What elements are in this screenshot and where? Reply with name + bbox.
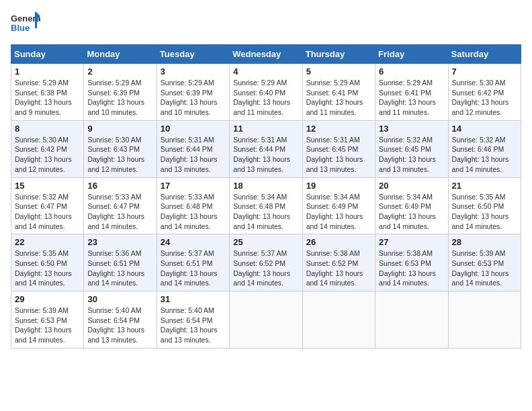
calendar-cell: 30 Sunrise: 5:40 AMSunset: 6:54 PMDaylig…	[84, 291, 157, 349]
day-number: 4	[233, 66, 298, 77]
day-info: Sunrise: 5:29 AMSunset: 6:39 PMDaylight:…	[161, 79, 218, 116]
day-info: Sunrise: 5:29 AMSunset: 6:40 PMDaylight:…	[233, 79, 290, 116]
weekday-header-sunday: Sunday	[11, 45, 84, 64]
calendar-cell: 13 Sunrise: 5:32 AMSunset: 6:45 PMDaylig…	[375, 120, 448, 177]
calendar-cell: 26 Sunrise: 5:38 AMSunset: 6:52 PMDaylig…	[302, 234, 375, 291]
day-number: 14	[452, 124, 517, 134]
day-info: Sunrise: 5:31 AMSunset: 6:44 PMDaylight:…	[233, 136, 290, 173]
page-header: General Blue	[11, 11, 521, 36]
day-number: 30	[87, 294, 152, 304]
calendar-cell: 5 Sunrise: 5:29 AMSunset: 6:41 PMDayligh…	[302, 64, 375, 121]
calendar-cell: 17 Sunrise: 5:33 AMSunset: 6:48 PMDaylig…	[157, 177, 229, 234]
day-number: 11	[233, 124, 298, 134]
calendar-week-4: 22 Sunrise: 5:35 AMSunset: 6:50 PMDaylig…	[11, 234, 521, 291]
day-number: 6	[379, 66, 444, 77]
day-number: 13	[379, 124, 444, 134]
calendar-header-row: SundayMondayTuesdayWednesdayThursdayFrid…	[11, 45, 521, 64]
calendar-cell: 31 Sunrise: 5:40 AMSunset: 6:54 PMDaylig…	[157, 291, 229, 349]
day-info: Sunrise: 5:35 AMSunset: 6:50 PMDaylight:…	[15, 249, 72, 287]
calendar-cell: 18 Sunrise: 5:34 AMSunset: 6:48 PMDaylig…	[230, 177, 302, 234]
calendar-cell	[230, 291, 302, 349]
day-info: Sunrise: 5:32 AMSunset: 6:46 PMDaylight:…	[452, 136, 509, 173]
day-info: Sunrise: 5:30 AMSunset: 6:42 PMDaylight:…	[452, 79, 509, 116]
logo-icon: General Blue	[11, 11, 40, 36]
calendar-cell: 24 Sunrise: 5:37 AMSunset: 6:51 PMDaylig…	[157, 234, 229, 291]
day-number: 5	[306, 66, 371, 77]
weekday-header-friday: Friday	[375, 45, 448, 64]
day-number: 25	[233, 237, 298, 247]
weekday-header-thursday: Thursday	[302, 45, 375, 64]
calendar-week-1: 1 Sunrise: 5:29 AMSunset: 6:38 PMDayligh…	[11, 64, 521, 121]
calendar-cell	[375, 291, 448, 349]
day-number: 19	[306, 181, 371, 191]
day-info: Sunrise: 5:31 AMSunset: 6:45 PMDaylight:…	[306, 136, 363, 173]
day-number: 9	[87, 124, 152, 134]
day-info: Sunrise: 5:33 AMSunset: 6:47 PMDaylight:…	[87, 193, 144, 230]
svg-rect-3	[35, 12, 37, 28]
day-info: Sunrise: 5:36 AMSunset: 6:51 PMDaylight:…	[87, 249, 144, 287]
calendar-cell: 22 Sunrise: 5:35 AMSunset: 6:50 PMDaylig…	[11, 234, 84, 291]
calendar-cell: 21 Sunrise: 5:35 AMSunset: 6:50 PMDaylig…	[448, 177, 521, 234]
calendar-week-2: 8 Sunrise: 5:30 AMSunset: 6:42 PMDayligh…	[11, 120, 521, 177]
calendar-cell: 9 Sunrise: 5:30 AMSunset: 6:43 PMDayligh…	[84, 120, 157, 177]
day-number: 16	[87, 181, 152, 191]
day-info: Sunrise: 5:29 AMSunset: 6:39 PMDaylight:…	[87, 79, 144, 116]
day-info: Sunrise: 5:39 AMSunset: 6:53 PMDaylight:…	[15, 306, 72, 344]
calendar-cell: 7 Sunrise: 5:30 AMSunset: 6:42 PMDayligh…	[448, 64, 521, 121]
day-info: Sunrise: 5:30 AMSunset: 6:43 PMDaylight:…	[87, 136, 144, 173]
calendar-cell: 1 Sunrise: 5:29 AMSunset: 6:38 PMDayligh…	[11, 64, 84, 121]
calendar-cell: 27 Sunrise: 5:38 AMSunset: 6:53 PMDaylig…	[375, 234, 448, 291]
day-number: 27	[379, 237, 444, 247]
day-number: 1	[15, 66, 80, 77]
weekday-header-wednesday: Wednesday	[230, 45, 302, 64]
calendar-cell: 16 Sunrise: 5:33 AMSunset: 6:47 PMDaylig…	[84, 177, 157, 234]
day-number: 24	[161, 237, 226, 247]
day-info: Sunrise: 5:31 AMSunset: 6:44 PMDaylight:…	[161, 136, 218, 173]
day-info: Sunrise: 5:38 AMSunset: 6:52 PMDaylight:…	[306, 249, 363, 287]
calendar-cell: 25 Sunrise: 5:37 AMSunset: 6:52 PMDaylig…	[230, 234, 302, 291]
calendar-week-3: 15 Sunrise: 5:32 AMSunset: 6:47 PMDaylig…	[11, 177, 521, 234]
day-info: Sunrise: 5:38 AMSunset: 6:53 PMDaylight:…	[379, 249, 436, 287]
day-info: Sunrise: 5:37 AMSunset: 6:51 PMDaylight:…	[161, 249, 218, 287]
calendar-cell: 6 Sunrise: 5:29 AMSunset: 6:41 PMDayligh…	[375, 64, 448, 121]
day-info: Sunrise: 5:29 AMSunset: 6:41 PMDaylight:…	[306, 79, 363, 116]
day-info: Sunrise: 5:37 AMSunset: 6:52 PMDaylight:…	[233, 249, 290, 287]
calendar-cell: 8 Sunrise: 5:30 AMSunset: 6:42 PMDayligh…	[11, 120, 84, 177]
svg-text:Blue: Blue	[11, 23, 30, 33]
day-number: 17	[161, 181, 226, 191]
day-number: 23	[87, 237, 152, 247]
day-number: 15	[15, 181, 80, 191]
calendar-cell: 14 Sunrise: 5:32 AMSunset: 6:46 PMDaylig…	[448, 120, 521, 177]
day-number: 31	[161, 294, 226, 304]
weekday-header-saturday: Saturday	[448, 45, 521, 64]
calendar-table: SundayMondayTuesdayWednesdayThursdayFrid…	[11, 44, 521, 349]
day-info: Sunrise: 5:40 AMSunset: 6:54 PMDaylight:…	[87, 306, 144, 344]
day-number: 2	[87, 66, 152, 77]
calendar-cell: 3 Sunrise: 5:29 AMSunset: 6:39 PMDayligh…	[157, 64, 229, 121]
day-info: Sunrise: 5:29 AMSunset: 6:41 PMDaylight:…	[379, 79, 436, 116]
calendar-cell: 23 Sunrise: 5:36 AMSunset: 6:51 PMDaylig…	[84, 234, 157, 291]
calendar-cell: 15 Sunrise: 5:32 AMSunset: 6:47 PMDaylig…	[11, 177, 84, 234]
calendar-cell: 19 Sunrise: 5:34 AMSunset: 6:49 PMDaylig…	[302, 177, 375, 234]
logo: General Blue	[11, 11, 40, 36]
day-number: 8	[15, 124, 80, 134]
day-number: 28	[452, 237, 517, 247]
weekday-header-monday: Monday	[84, 45, 157, 64]
day-number: 18	[233, 181, 298, 191]
day-info: Sunrise: 5:29 AMSunset: 6:38 PMDaylight:…	[15, 79, 72, 116]
day-info: Sunrise: 5:34 AMSunset: 6:49 PMDaylight:…	[306, 193, 363, 230]
day-number: 20	[379, 181, 444, 191]
day-number: 3	[161, 66, 226, 77]
calendar-cell: 29 Sunrise: 5:39 AMSunset: 6:53 PMDaylig…	[11, 291, 84, 349]
calendar-cell: 11 Sunrise: 5:31 AMSunset: 6:44 PMDaylig…	[230, 120, 302, 177]
calendar-week-5: 29 Sunrise: 5:39 AMSunset: 6:53 PMDaylig…	[11, 291, 521, 349]
calendar-cell: 20 Sunrise: 5:34 AMSunset: 6:49 PMDaylig…	[375, 177, 448, 234]
day-info: Sunrise: 5:33 AMSunset: 6:48 PMDaylight:…	[161, 193, 218, 230]
day-info: Sunrise: 5:35 AMSunset: 6:50 PMDaylight:…	[452, 193, 509, 230]
day-number: 21	[452, 181, 517, 191]
day-info: Sunrise: 5:34 AMSunset: 6:48 PMDaylight:…	[233, 193, 290, 230]
calendar-cell	[302, 291, 375, 349]
calendar-cell: 4 Sunrise: 5:29 AMSunset: 6:40 PMDayligh…	[230, 64, 302, 121]
day-number: 7	[452, 66, 517, 77]
day-info: Sunrise: 5:32 AMSunset: 6:45 PMDaylight:…	[379, 136, 436, 173]
